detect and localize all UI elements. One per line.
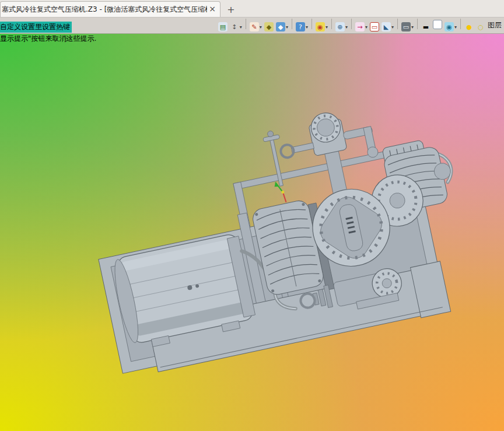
chevron-down-icon: ▾ [326,24,328,30]
help-cube-icon[interactable]: ?▾ [295,22,309,32]
visibility-icon: ◉ [444,22,454,31]
new-tab-button[interactable]: + [224,4,238,17]
chevron-down-icon: ▾ [345,24,348,30]
pan-updown-icon: ↕ [230,22,239,31]
help-cube-icon: ? [296,22,305,31]
display-mode-icon[interactable]: ▭▾ [401,22,414,32]
toolbar-separator [292,19,292,29]
toolbar-separator [351,19,352,29]
document-tab[interactable]: 塞式风冷往复式空气压缩机.Z3 - [微油活塞式风冷往复式空气压缩机] × [0,1,220,17]
toolbar-separator [246,19,246,29]
bulb-icon[interactable]: ● [464,22,474,32]
appearance-palette-icon: ◉ [316,22,325,31]
toolbar-separator [460,19,461,29]
chevron-down-icon: ▾ [411,24,414,30]
redline-arrow-icon[interactable]: →▾ [355,22,368,32]
display-mode-icon: ▭ [401,22,411,31]
chevron-down-icon: ▾ [306,24,308,30]
chevron-down-icon: ▾ [260,24,262,30]
toolbar-icons: ▤↕▾✎▾◆◆▾?▾◉▾⊕▾→▾▭◣▾▭▾▬◉▾●○ [217,19,487,33]
chevron-down-icon: ▾ [240,24,242,30]
tab-close-button[interactable]: × [207,4,218,15]
bulb-icon: ● [464,22,474,31]
brush-icon: ✎ [250,22,259,31]
view-cube-icon: ◆ [276,22,285,31]
import-icon[interactable]: ▤ [218,22,228,32]
zoom-icon[interactable]: ⊕▾ [335,22,348,32]
edge-color-icon[interactable]: ▬ [421,22,431,32]
import-icon: ▤ [218,22,228,31]
zoom-icon: ⊕ [335,22,345,31]
viewport-3d[interactable] [0,34,504,431]
section-box-icon[interactable]: ▭ [369,22,380,32]
redline-arrow-icon: → [355,22,365,31]
layer-ring-icon: ○ [476,22,485,31]
view-cube-icon[interactable]: ◆▾ [275,22,289,32]
face-color-icon [433,20,442,29]
toolbar-separator [417,19,418,29]
layer-label[interactable]: 图层 [488,20,502,30]
toolbar-separator [312,19,312,29]
chevron-down-icon: ▾ [365,24,368,30]
visibility-icon[interactable]: ◉▾ [444,22,457,32]
solid-cube-icon: ◆ [264,22,274,31]
document-tab-title: 塞式风冷往复式空气压缩机.Z3 - [微油活塞式风冷往复式空气压缩机] [2,5,207,15]
compressor-model-canvas [0,34,504,431]
appearance-palette-icon[interactable]: ◉▾ [315,22,328,32]
measure-icon[interactable]: ◣▾ [381,22,394,32]
chevron-down-icon: ▾ [454,24,457,30]
face-color-icon[interactable] [432,19,443,30]
layer-ring-icon[interactable]: ○ [475,22,486,32]
solid-cube-icon[interactable]: ◆ [264,22,274,32]
chevron-down-icon: ▾ [391,24,394,30]
app-window: 塞式风冷往复式空气压缩机.Z3 - [微油活塞式风冷往复式空气压缩机] × + … [0,0,504,431]
section-box-icon: ▭ [370,22,379,31]
pan-updown-icon[interactable]: ↕▾ [229,22,243,32]
toolbar: ▤↕▾✎▾◆◆▾?▾◉▾⊕▾→▾▭◣▾▭▾▬◉▾●○ 图层 [0,17,504,34]
titlebar: 塞式风冷往复式空气压缩机.Z3 - [微油活塞式风冷往复式空气压缩机] × + [0,0,504,17]
chevron-down-icon: ▾ [286,24,288,30]
edge-color-icon: ▬ [421,22,430,31]
brush-icon[interactable]: ✎▾ [249,22,262,32]
measure-icon: ◣ [382,22,391,31]
toolbar-separator [331,19,332,29]
toolbar-separator [397,19,398,29]
